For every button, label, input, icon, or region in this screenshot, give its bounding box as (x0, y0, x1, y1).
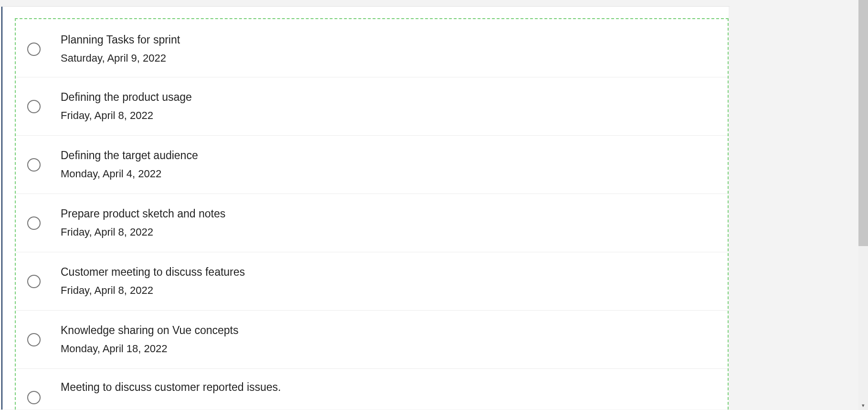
task-row[interactable]: Customer meeting to discuss features Fri… (16, 252, 728, 311)
task-title: Planning Tasks for sprint (61, 33, 180, 47)
task-text: Defining the target audience Monday, Apr… (61, 149, 198, 181)
task-row[interactable]: Knowledge sharing on Vue concepts Monday… (16, 311, 728, 369)
task-row[interactable]: Defining the target audience Monday, Apr… (16, 136, 728, 194)
right-gutter: ▾ (730, 0, 868, 410)
task-text: Defining the product usage Friday, April… (61, 91, 192, 122)
viewport: ▾ Planning Tasks for sprint Saturday, Ap… (0, 0, 868, 410)
task-radio[interactable] (27, 158, 41, 172)
task-dropzone[interactable]: Planning Tasks for sprint Saturday, Apri… (15, 18, 729, 410)
task-date: Friday, April 8, 2022 (61, 284, 245, 297)
task-date: Monday, April 4, 2022 (61, 168, 198, 180)
task-date: Saturday, April 9, 2022 (61, 52, 180, 65)
task-title: Customer meeting to discuss features (61, 266, 245, 279)
task-text: Planning Tasks for sprint Saturday, Apri… (61, 33, 180, 65)
scrollbar-track[interactable]: ▾ (858, 0, 868, 410)
page-panel: Planning Tasks for sprint Saturday, Apri… (1, 7, 729, 410)
task-list: Planning Tasks for sprint Saturday, Apri… (16, 25, 728, 398)
task-radio[interactable] (27, 43, 41, 56)
task-title: Defining the product usage (61, 91, 192, 104)
task-date: Monday, April 18, 2022 (61, 343, 239, 355)
task-date: Friday, April 8, 2022 (61, 109, 192, 122)
task-text: Prepare product sketch and notes Friday,… (61, 207, 225, 239)
task-row[interactable]: Prepare product sketch and notes Friday,… (16, 194, 728, 252)
task-date: Friday, April 8, 2022 (61, 226, 225, 238)
task-title: Prepare product sketch and notes (61, 207, 225, 221)
task-text: Knowledge sharing on Vue concepts Monday… (61, 324, 239, 356)
task-row[interactable]: Defining the product usage Friday, April… (16, 77, 728, 136)
task-radio[interactable] (27, 275, 41, 288)
task-row[interactable]: Meeting to discuss customer reported iss… (16, 369, 728, 398)
task-text: Meeting to discuss customer reported iss… (61, 381, 281, 394)
task-radio[interactable] (27, 391, 41, 404)
task-radio[interactable] (27, 100, 41, 113)
task-text: Customer meeting to discuss features Fri… (61, 266, 245, 297)
task-title: Knowledge sharing on Vue concepts (61, 324, 239, 337)
scrollbar-down-button[interactable]: ▾ (858, 400, 868, 410)
task-radio[interactable] (27, 333, 41, 346)
task-radio[interactable] (27, 216, 41, 230)
task-title: Defining the target audience (61, 149, 198, 162)
scrollbar-thumb[interactable] (858, 0, 868, 246)
task-title: Meeting to discuss customer reported iss… (61, 381, 281, 394)
task-row[interactable]: Planning Tasks for sprint Saturday, Apri… (16, 25, 728, 77)
chevron-down-icon: ▾ (862, 402, 865, 409)
